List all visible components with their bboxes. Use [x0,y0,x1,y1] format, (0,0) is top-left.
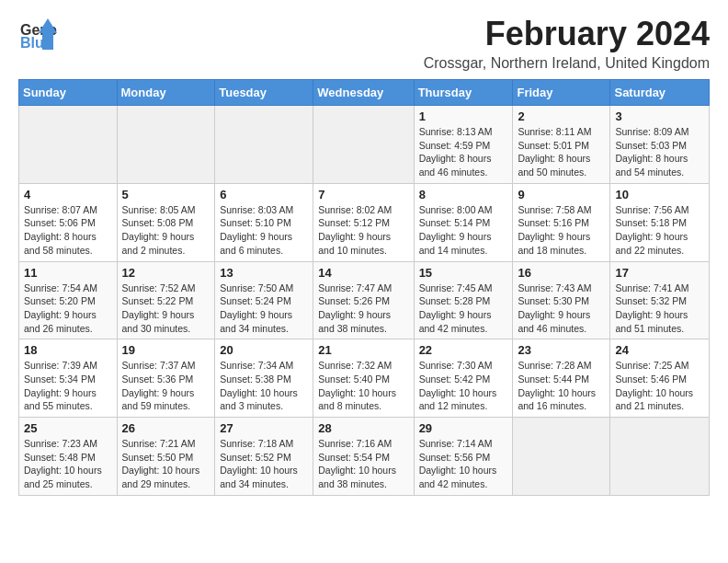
day-info: Sunrise: 8:00 AM Sunset: 5:14 PM Dayligh… [419,203,508,258]
calendar-cell: 28Sunrise: 7:16 AM Sunset: 5:54 PM Dayli… [313,418,414,496]
day-number: 10 [615,188,704,201]
calendar-cell: 12Sunrise: 7:52 AM Sunset: 5:22 PM Dayli… [117,261,215,339]
day-number: 28 [318,421,408,435]
logo-icon: General Blue [18,15,57,53]
weekday-header-monday: Monday [117,80,215,106]
calendar-cell: 2Sunrise: 8:11 AM Sunset: 5:01 PM Daylig… [513,106,610,184]
day-info: Sunrise: 7:47 AM Sunset: 5:26 PM Dayligh… [318,282,408,336]
day-number: 11 [24,266,112,280]
calendar-cell: 9Sunrise: 7:58 AM Sunset: 5:16 PM Daylig… [513,183,610,261]
day-info: Sunrise: 8:03 AM Sunset: 5:10 PM Dayligh… [220,203,308,258]
calendar-cell: 7Sunrise: 8:02 AM Sunset: 5:12 PM Daylig… [313,183,414,261]
calendar-cell: 1Sunrise: 8:13 AM Sunset: 4:59 PM Daylig… [414,106,513,184]
day-info: Sunrise: 7:58 AM Sunset: 5:16 PM Dayligh… [518,203,605,258]
calendar-cell: 10Sunrise: 7:56 AM Sunset: 5:18 PM Dayli… [610,183,710,261]
day-number: 22 [419,343,508,357]
calendar-cell: 4Sunrise: 8:07 AM Sunset: 5:06 PM Daylig… [19,183,118,261]
calendar-cell: 27Sunrise: 7:18 AM Sunset: 5:52 PM Dayli… [215,418,313,496]
calendar-cell: 8Sunrise: 8:00 AM Sunset: 5:14 PM Daylig… [414,183,513,261]
day-info: Sunrise: 8:13 AM Sunset: 4:59 PM Dayligh… [419,125,508,179]
calendar-cell: 23Sunrise: 7:28 AM Sunset: 5:44 PM Dayli… [513,339,610,418]
calendar-cell: 20Sunrise: 7:34 AM Sunset: 5:38 PM Dayli… [215,339,313,418]
day-number: 27 [220,421,308,435]
day-info: Sunrise: 7:18 AM Sunset: 5:52 PM Dayligh… [220,437,308,491]
calendar-cell: 15Sunrise: 7:45 AM Sunset: 5:28 PM Dayli… [414,261,513,339]
day-info: Sunrise: 7:21 AM Sunset: 5:50 PM Dayligh… [122,437,210,491]
day-number: 8 [419,188,508,201]
day-number: 13 [220,266,308,280]
day-info: Sunrise: 7:30 AM Sunset: 5:42 PM Dayligh… [419,359,508,413]
calendar-cell: 11Sunrise: 7:54 AM Sunset: 5:20 PM Dayli… [19,261,118,339]
day-number: 4 [24,188,112,201]
calendar-cell: 18Sunrise: 7:39 AM Sunset: 5:34 PM Dayli… [19,339,118,418]
day-number: 16 [518,266,605,280]
day-info: Sunrise: 8:07 AM Sunset: 5:06 PM Dayligh… [24,203,112,258]
weekday-header-thursday: Thursday [414,80,513,106]
calendar-cell: 29Sunrise: 7:14 AM Sunset: 5:56 PM Dayli… [414,418,513,496]
day-number: 15 [419,266,508,280]
weekday-header-saturday: Saturday [610,80,710,106]
day-number: 20 [220,343,308,357]
day-number: 7 [318,188,408,201]
day-info: Sunrise: 7:32 AM Sunset: 5:40 PM Dayligh… [318,359,408,413]
day-number: 14 [318,266,408,280]
day-info: Sunrise: 7:23 AM Sunset: 5:48 PM Dayligh… [24,437,112,491]
calendar-cell [513,418,610,496]
day-number: 12 [122,266,210,280]
main-title: February 2024 [424,15,710,53]
day-info: Sunrise: 7:37 AM Sunset: 5:36 PM Dayligh… [122,359,210,413]
location-subtitle: Crossgar, Northern Ireland, United Kingd… [424,55,710,72]
calendar-cell: 16Sunrise: 7:43 AM Sunset: 5:30 PM Dayli… [513,261,610,339]
title-block: February 2024 Crossgar, Northern Ireland… [424,15,710,72]
day-number: 2 [518,109,605,123]
day-number: 1 [419,109,508,123]
calendar-cell: 26Sunrise: 7:21 AM Sunset: 5:50 PM Dayli… [117,418,215,496]
day-info: Sunrise: 7:41 AM Sunset: 5:32 PM Dayligh… [615,282,704,336]
day-info: Sunrise: 7:54 AM Sunset: 5:20 PM Dayligh… [24,282,112,336]
day-number: 26 [122,421,210,435]
day-number: 29 [419,421,508,435]
weekday-header-wednesday: Wednesday [313,80,414,106]
day-number: 19 [122,343,210,357]
day-number: 9 [518,188,605,201]
calendar-cell [117,106,215,184]
calendar-cell: 3Sunrise: 8:09 AM Sunset: 5:03 PM Daylig… [610,106,710,184]
day-info: Sunrise: 8:09 AM Sunset: 5:03 PM Dayligh… [615,125,704,179]
logo: General Blue [18,15,57,53]
calendar-header: SundayMondayTuesdayWednesdayThursdayFrid… [19,80,710,106]
calendar-cell: 24Sunrise: 7:25 AM Sunset: 5:46 PM Dayli… [610,339,710,418]
day-number: 25 [24,421,112,435]
calendar-cell: 22Sunrise: 7:30 AM Sunset: 5:42 PM Dayli… [414,339,513,418]
day-number: 17 [615,266,704,280]
day-number: 21 [318,343,408,357]
day-number: 3 [615,109,704,123]
weekday-header-friday: Friday [513,80,610,106]
calendar-cell: 17Sunrise: 7:41 AM Sunset: 5:32 PM Dayli… [610,261,710,339]
calendar-cell [610,418,710,496]
day-info: Sunrise: 7:14 AM Sunset: 5:56 PM Dayligh… [419,437,508,491]
calendar-cell: 21Sunrise: 7:32 AM Sunset: 5:40 PM Dayli… [313,339,414,418]
calendar-cell: 19Sunrise: 7:37 AM Sunset: 5:36 PM Dayli… [117,339,215,418]
day-number: 18 [24,343,112,357]
day-info: Sunrise: 7:50 AM Sunset: 5:24 PM Dayligh… [220,282,308,336]
day-number: 6 [220,188,308,201]
day-info: Sunrise: 7:28 AM Sunset: 5:44 PM Dayligh… [518,359,605,413]
weekday-header-tuesday: Tuesday [215,80,313,106]
day-info: Sunrise: 8:05 AM Sunset: 5:08 PM Dayligh… [122,203,210,258]
calendar-cell [313,106,414,184]
day-info: Sunrise: 7:45 AM Sunset: 5:28 PM Dayligh… [419,282,508,336]
day-number: 5 [122,188,210,201]
calendar-cell: 25Sunrise: 7:23 AM Sunset: 5:48 PM Dayli… [19,418,118,496]
weekday-header-sunday: Sunday [19,80,118,106]
calendar-cell [19,106,118,184]
day-info: Sunrise: 8:11 AM Sunset: 5:01 PM Dayligh… [518,125,605,179]
page-header: General Blue February 2024 Crossgar, Nor… [18,15,710,72]
calendar-cell [215,106,313,184]
day-info: Sunrise: 7:25 AM Sunset: 5:46 PM Dayligh… [615,359,704,413]
calendar-cell: 13Sunrise: 7:50 AM Sunset: 5:24 PM Dayli… [215,261,313,339]
day-info: Sunrise: 7:43 AM Sunset: 5:30 PM Dayligh… [518,282,605,336]
day-number: 23 [518,343,605,357]
calendar-cell: 5Sunrise: 8:05 AM Sunset: 5:08 PM Daylig… [117,183,215,261]
calendar-table: SundayMondayTuesdayWednesdayThursdayFrid… [18,79,710,496]
day-info: Sunrise: 7:34 AM Sunset: 5:38 PM Dayligh… [220,359,308,413]
